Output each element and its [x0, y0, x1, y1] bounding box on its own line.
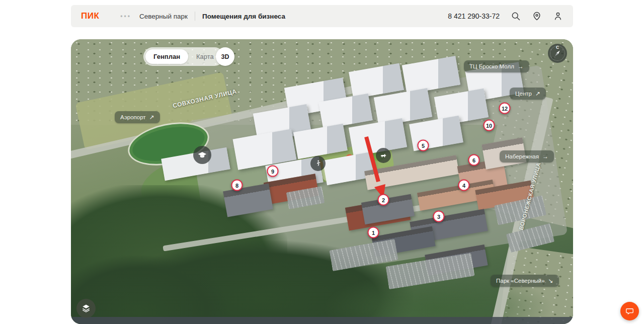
building-marker-3[interactable]: 3 — [433, 211, 445, 222]
header-divider — [195, 12, 195, 21]
building-marker-9[interactable]: 9 — [267, 166, 279, 177]
arrow-icon: → — [518, 63, 524, 70]
building-marker-6[interactable]: 6 — [468, 154, 480, 166]
location-label-text: ТЦ Броско Молл — [469, 63, 514, 69]
arrow-icon: ↗ — [149, 114, 154, 121]
nav-project-name[interactable]: Северный парк — [139, 13, 188, 20]
map-view-tabs: Генплан Карта — [143, 47, 224, 66]
genplan-map-canvas[interactable]: СОВХОЗНАЯ УЛИЦА ВОРОНЕЖСКАЯ УЛИЦА 1 2 3 … — [71, 39, 573, 324]
building-marker-12[interactable]: 12 — [499, 103, 511, 114]
tab-genplan[interactable]: Генплан — [145, 49, 188, 64]
nav-section-title[interactable]: Помещения для бизнеса — [202, 13, 285, 20]
building-marker-2[interactable]: 2 — [378, 194, 389, 206]
location-label-embankment[interactable]: Набережная → — [500, 150, 554, 163]
building-marker-4[interactable]: 4 — [458, 180, 470, 191]
dog-walking-icon[interactable] — [376, 148, 391, 163]
phone-number[interactable]: 8 421 290-33-72 — [448, 12, 500, 20]
location-label-text: Центр — [515, 91, 532, 97]
building-marker-10[interactable]: 10 — [484, 120, 495, 131]
building-marker-1[interactable]: 1 — [368, 227, 379, 238]
arrow-icon: ↘ — [548, 277, 553, 284]
profile-icon[interactable] — [553, 11, 563, 21]
pik-logo[interactable]: ПИК — [81, 11, 99, 21]
map-decor-strip — [71, 317, 573, 324]
location-label-center[interactable]: Центр ↗ — [510, 88, 546, 100]
location-pin-icon[interactable] — [532, 11, 542, 21]
map-decor-forest2 — [71, 256, 227, 324]
location-label-park-severny[interactable]: Парк «Северный» ↘ — [491, 275, 559, 287]
compass-icon[interactable]: С — [548, 44, 567, 63]
location-label-text: Набережная — [505, 153, 539, 159]
header-actions: 8 421 290-33-72 — [448, 11, 563, 21]
building-marker-8[interactable]: 8 — [231, 180, 243, 191]
building-marker-5[interactable]: 5 — [418, 140, 429, 151]
compass-north-letter: С — [556, 45, 559, 50]
arrow-icon: → — [542, 153, 548, 160]
location-label-text: Парк «Северный» — [496, 278, 545, 284]
chat-icon[interactable] — [620, 302, 639, 320]
pedestrian-icon[interactable] — [310, 156, 326, 171]
layers-icon[interactable] — [76, 299, 96, 318]
top-header: ПИК ••• Северный парк Помещения для бизн… — [71, 5, 573, 27]
arrow-icon: ↗ — [535, 90, 540, 97]
location-label-airport[interactable]: Аэропорт ↗ — [115, 111, 160, 123]
projects-menu-dots[interactable]: ••• — [120, 13, 131, 20]
view-3d-button[interactable]: 3D — [216, 47, 234, 66]
school-icon[interactable] — [193, 146, 211, 164]
location-label-text: Аэропорт — [120, 114, 146, 120]
search-icon[interactable] — [511, 11, 521, 21]
location-label-brosko-mall[interactable]: ТЦ Броско Молл → — [464, 60, 529, 72]
